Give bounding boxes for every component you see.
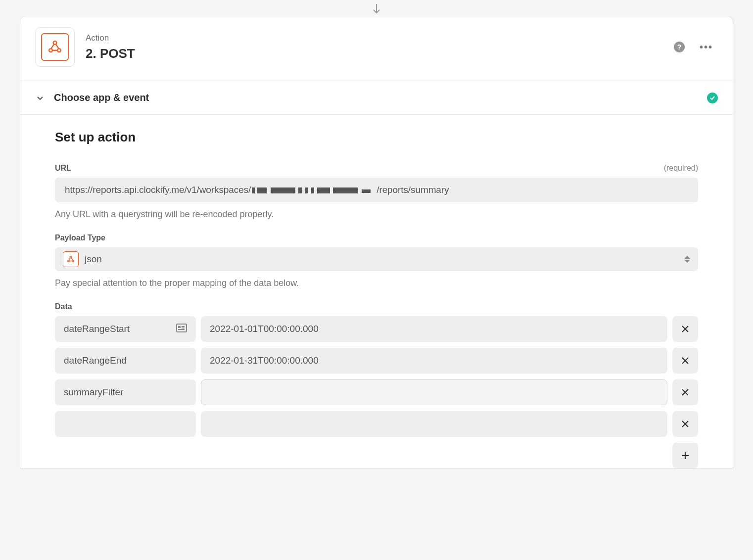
- svg-rect-4: [252, 187, 255, 193]
- svg-rect-12: [362, 189, 371, 193]
- svg-rect-5: [257, 187, 267, 193]
- svg-rect-9: [311, 187, 314, 193]
- url-suffix: /reports/summary: [376, 185, 449, 195]
- payload-help-text: Pay special attention to the proper mapp…: [55, 278, 698, 288]
- data-value-input[interactable]: 2022-01-31T00:00:00.000: [201, 348, 667, 373]
- svg-point-15: [72, 260, 74, 262]
- data-row: dateRangeStart 2022-01-01T00:00:00.000: [55, 316, 698, 342]
- data-label: Data: [55, 302, 72, 311]
- data-row: [55, 411, 698, 437]
- payload-type-value: json: [85, 254, 102, 265]
- action-header: Action 2. POST ? •••: [20, 16, 733, 81]
- add-row-button[interactable]: [672, 443, 698, 468]
- url-help-text: Any URL with a querystring will be re-en…: [55, 209, 698, 220]
- webhook-small-icon: [63, 251, 79, 267]
- check-complete-icon: [707, 93, 718, 103]
- flow-arrow-down: [0, 4, 753, 15]
- data-rows: dateRangeStart 2022-01-01T00:00:00.000 d…: [55, 316, 698, 437]
- data-value-text: 2022-01-01T00:00:00.000: [210, 324, 319, 334]
- action-title: 2. POST: [86, 46, 135, 61]
- svg-point-2: [49, 48, 52, 52]
- data-value-input[interactable]: 2022-01-01T00:00:00.000: [201, 316, 667, 342]
- data-key-input[interactable]: dateRangeEnd: [55, 348, 196, 373]
- payload-type-label: Payload Type: [55, 233, 105, 242]
- data-value-input[interactable]: [201, 379, 667, 405]
- svg-point-14: [68, 260, 70, 262]
- chevron-down-icon: [35, 93, 45, 103]
- url-prefix: https://reports.api.clockify.me/v1/works…: [65, 185, 251, 195]
- more-menu-icon[interactable]: •••: [700, 42, 713, 52]
- data-key-text: dateRangeEnd: [64, 355, 127, 366]
- choose-app-event-label: Choose app & event: [54, 92, 149, 103]
- data-key-input[interactable]: summaryFilter: [55, 379, 196, 405]
- setup-action-section: Set up action URL (required) https://rep…: [20, 115, 733, 468]
- data-row: summaryFilter: [55, 379, 698, 405]
- data-value-text: 2022-01-31T00:00:00.000: [210, 355, 319, 366]
- help-icon[interactable]: ?: [674, 42, 685, 52]
- data-key-text: dateRangeStart: [64, 324, 130, 334]
- svg-rect-10: [317, 187, 330, 193]
- remove-row-button[interactable]: [672, 379, 698, 405]
- data-value-input[interactable]: [201, 411, 667, 437]
- svg-rect-11: [333, 187, 358, 193]
- url-label: URL: [55, 164, 71, 173]
- redacted-workspace-id: [252, 186, 376, 194]
- remove-row-button[interactable]: [672, 316, 698, 342]
- url-input[interactable]: https://reports.api.clockify.me/v1/works…: [55, 178, 698, 202]
- payload-type-select[interactable]: json: [55, 247, 698, 271]
- data-key-text: summaryFilter: [64, 387, 123, 398]
- remove-row-button[interactable]: [672, 411, 698, 437]
- svg-point-3: [57, 48, 61, 52]
- data-key-input[interactable]: dateRangeStart: [55, 316, 196, 342]
- svg-rect-6: [271, 187, 295, 193]
- action-eyebrow: Action: [86, 33, 135, 43]
- app-icon-container: [35, 27, 75, 67]
- remove-row-button[interactable]: [672, 348, 698, 373]
- card-icon: [176, 324, 187, 335]
- action-card: Action 2. POST ? ••• Choose app & event …: [20, 16, 733, 469]
- svg-rect-8: [305, 187, 308, 193]
- data-key-input[interactable]: [55, 411, 196, 437]
- select-updown-icon: [684, 256, 690, 263]
- svg-rect-7: [298, 187, 302, 193]
- action-titles: Action 2. POST: [86, 33, 135, 61]
- choose-app-event-section[interactable]: Choose app & event: [20, 81, 733, 115]
- url-required-label: (required): [664, 164, 698, 173]
- webhook-icon: [41, 33, 69, 61]
- data-row: dateRangeEnd 2022-01-31T00:00:00.000: [55, 348, 698, 373]
- setup-action-title: Set up action: [55, 130, 698, 145]
- svg-rect-17: [178, 326, 181, 328]
